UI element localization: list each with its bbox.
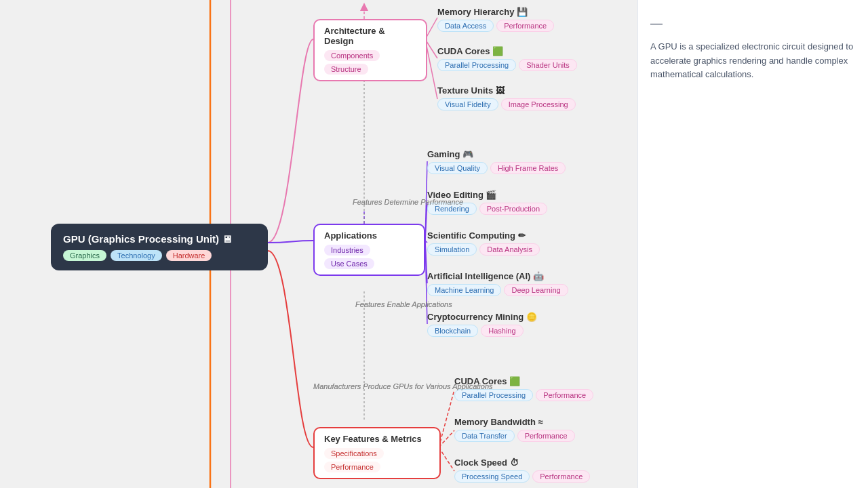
- connector-features-determine: Features Determine Performance: [353, 198, 463, 206]
- connector-manufacturers: Manufacturers Produce GPUs for Various A…: [313, 382, 493, 390]
- tag-image-processing: Image Processing: [501, 98, 576, 110]
- detail-crypto-mining[interactable]: Cryptocurrency Mining 🪙 Blockchain Hashi…: [427, 312, 537, 337]
- connector-features-enable: Features Enable Applications: [355, 300, 452, 308]
- arch-node[interactable]: Architecture & Design Components Structu…: [313, 19, 427, 81]
- gaming-title: Gaming 🎮: [427, 149, 566, 159]
- tag-simulation: Simulation: [427, 243, 477, 256]
- features-tags: Specifications Performance: [324, 448, 430, 472]
- memory-hierarchy-title: Memory Hierarchy 💾: [437, 7, 554, 17]
- tag-performance: Performance: [324, 462, 380, 472]
- crypto-title: Cryptocurrency Mining 🪙: [427, 312, 537, 322]
- apps-node[interactable]: Applications Industries Use Cases: [313, 224, 425, 276]
- detail-cuda-cores[interactable]: CUDA Cores 🟩 Parallel Processing Shader …: [437, 46, 577, 71]
- tag-specifications: Specifications: [324, 448, 384, 459]
- gpu-title: GPU (Graphics Processing Unit) 🖥: [63, 233, 256, 245]
- tag-performance-cc2: Performance: [536, 389, 593, 401]
- tag-performance-mb: Performance: [517, 430, 575, 442]
- gpu-node[interactable]: GPU (Graphics Processing Unit) 🖥 Graphic…: [51, 224, 268, 270]
- tag-visual-quality: Visual Quality: [427, 162, 488, 174]
- tag-shader-units: Shader Units: [519, 59, 577, 71]
- features-node[interactable]: Key Features & Metrics Specifications Pe…: [313, 427, 441, 479]
- tag-deep-learning: Deep Learning: [504, 284, 568, 296]
- detail-clock-speed[interactable]: Clock Speed ⏱ Processing Speed Performan…: [454, 458, 590, 483]
- tag-post-production: Post-Production: [479, 203, 547, 215]
- gpu-tags: Graphics Technology Hardware: [63, 250, 256, 261]
- detail-scientific-computing[interactable]: Scientific Computing ✏ Simulation Data A…: [427, 230, 540, 256]
- tag-graphics: Graphics: [63, 250, 106, 261]
- detail-gaming[interactable]: Gaming 🎮 Visual Quality High Frame Rates: [427, 149, 566, 174]
- right-panel-text: A GPU is a specialized electronic circui…: [650, 40, 856, 82]
- tag-parallel-processing-2: Parallel Processing: [454, 389, 533, 401]
- scientific-computing-title: Scientific Computing ✏: [427, 230, 540, 241]
- ai-title: Artificial Intelligence (AI) 🤖: [427, 271, 568, 281]
- tag-data-access: Data Access: [437, 20, 494, 32]
- tag-data-transfer: Data Transfer: [454, 430, 515, 442]
- arch-title: Architecture & Design: [324, 26, 416, 46]
- features-title: Key Features & Metrics: [324, 434, 430, 444]
- clock-speed-title: Clock Speed ⏱: [454, 458, 590, 468]
- tag-industries: Industries: [324, 245, 370, 256]
- svg-line-10: [439, 430, 454, 447]
- tag-performance-mh: Performance: [496, 20, 554, 32]
- tag-components: Components: [324, 50, 380, 61]
- svg-line-9: [439, 390, 454, 447]
- tag-use-cases: Use Cases: [324, 258, 374, 269]
- tag-visual-fidelity: Visual Fidelity: [437, 98, 498, 110]
- svg-line-11: [439, 447, 454, 471]
- arch-tags: Components Structure: [324, 50, 416, 75]
- apps-title: Applications: [324, 230, 414, 241]
- tag-machine-learning: Machine Learning: [427, 284, 501, 296]
- tag-high-frame-rates: High Frame Rates: [490, 162, 566, 174]
- right-panel: — A GPU is a specialized electronic circ…: [637, 0, 868, 488]
- detail-memory-hierarchy[interactable]: Memory Hierarchy 💾 Data Access Performan…: [437, 7, 554, 32]
- tag-processing-speed: Processing Speed: [454, 470, 530, 483]
- apps-tags: Industries Use Cases: [324, 245, 414, 269]
- detail-ai[interactable]: Artificial Intelligence (AI) 🤖 Machine L…: [427, 271, 568, 296]
- tag-performance-cs: Performance: [532, 470, 590, 483]
- detail-texture-units[interactable]: Texture Units 🖼 Visual Fidelity Image Pr…: [437, 85, 576, 110]
- tag-hardware: Hardware: [166, 250, 212, 261]
- cuda-cores-title: CUDA Cores 🟩: [437, 46, 577, 56]
- main-canvas: Features Determine Performance Features …: [0, 0, 868, 488]
- tag-blockchain: Blockchain: [427, 325, 478, 337]
- detail-memory-bandwidth[interactable]: Memory Bandwidth ≈ Data Transfer Perform…: [454, 417, 575, 442]
- tag-technology: Technology: [111, 250, 162, 261]
- tag-hashing: Hashing: [481, 325, 523, 337]
- texture-units-title: Texture Units 🖼: [437, 85, 576, 96]
- tag-parallel-processing-1: Parallel Processing: [437, 59, 516, 71]
- memory-bandwidth-title: Memory Bandwidth ≈: [454, 417, 575, 427]
- tag-data-analysis: Data Analysis: [479, 243, 540, 256]
- tag-structure: Structure: [324, 64, 368, 75]
